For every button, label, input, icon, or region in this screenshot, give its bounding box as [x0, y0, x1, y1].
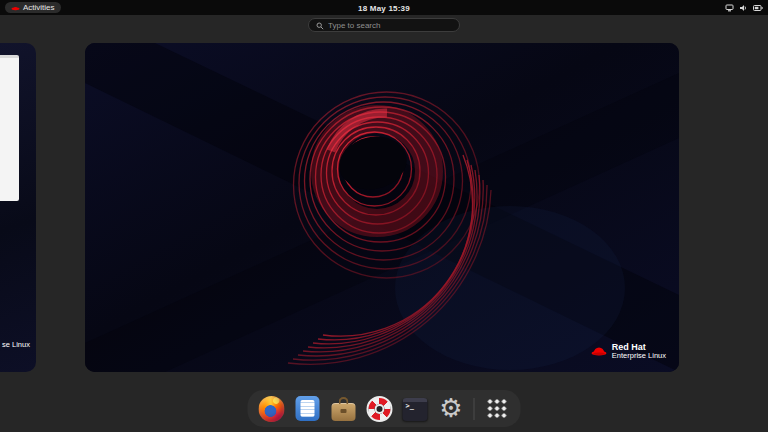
activities-label: Activities — [23, 3, 55, 12]
adjacent-window-fragment — [0, 55, 19, 201]
battery-icon — [753, 4, 763, 12]
terminal-icon — [403, 398, 428, 421]
show-applications-button[interactable] — [484, 395, 511, 422]
distro-logo-icon — [11, 4, 20, 11]
dash-separator — [474, 398, 475, 420]
search-input[interactable] — [328, 21, 452, 30]
search-bar[interactable] — [308, 18, 460, 32]
rhel9-wallpaper-art — [85, 43, 679, 372]
software-bag-icon — [331, 403, 355, 421]
gnome-activities-overview: Activities 18 May 15:39 — [0, 0, 768, 432]
show-apps-grid-icon — [487, 398, 508, 419]
dash-app-software[interactable] — [330, 395, 357, 422]
network-icon — [725, 4, 734, 12]
top-bar: Activities 18 May 15:39 — [0, 0, 768, 15]
dash-app-files[interactable] — [294, 395, 321, 422]
activities-button[interactable]: Activities — [5, 2, 61, 13]
redhat-hat-icon — [591, 343, 607, 361]
logo-subtitle: Enterprise Linux — [612, 352, 666, 361]
dash — [248, 390, 521, 427]
settings-gear-icon — [438, 395, 465, 422]
workspace-preview[interactable]: Red Hat Enterprise Linux — [85, 43, 679, 372]
system-status-area[interactable] — [725, 4, 763, 12]
files-icon — [295, 396, 319, 421]
search-icon — [316, 16, 324, 34]
dash-app-terminal[interactable] — [402, 395, 429, 422]
help-lifebuoy-icon — [366, 396, 392, 422]
adjacent-workspace-preview[interactable]: se Linux — [0, 43, 36, 372]
dash-app-help[interactable] — [366, 395, 393, 422]
firefox-icon — [258, 396, 284, 422]
dash-app-firefox[interactable] — [258, 395, 285, 422]
dash-app-settings[interactable] — [438, 395, 465, 422]
clock[interactable]: 18 May 15:39 — [358, 3, 410, 12]
adjacent-logo-text: se Linux — [2, 340, 30, 349]
redhat-logo: Red Hat Enterprise Linux — [591, 342, 666, 361]
volume-icon — [739, 4, 748, 12]
